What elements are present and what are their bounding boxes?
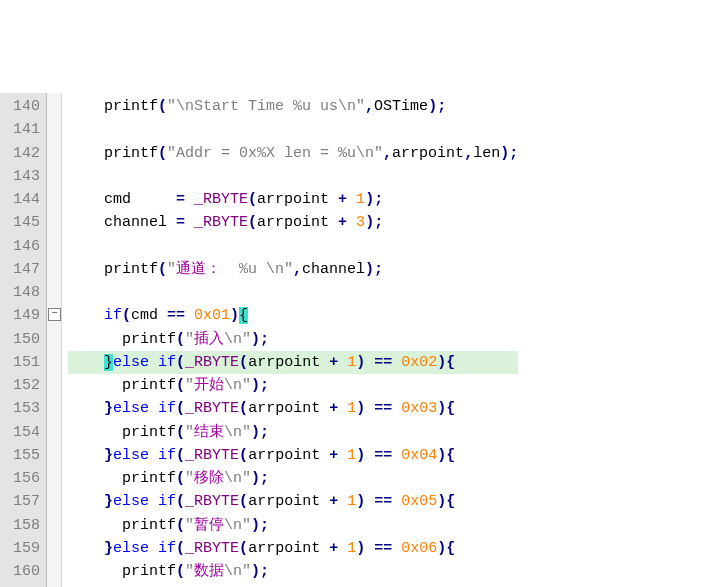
token-fn: printf [122,377,176,394]
token-sp [68,493,104,510]
fold-column: − [47,93,62,587]
token-op: ); [251,377,269,394]
code-line[interactable]: cmd = _RBYTE(arrpoint + 1); [68,188,518,211]
code-line[interactable]: printf("数据\n"); [68,560,518,583]
token-num: 1 [347,354,356,371]
token-num: 0x02 [401,354,437,371]
line-number: 147 [6,258,40,281]
token-op: ( [158,261,167,278]
code-line[interactable]: printf("暂停\n"); [68,514,518,537]
line-number: 153 [6,397,40,420]
token-op: ( [176,470,185,487]
line-number: 141 [6,118,40,141]
token-op: + [329,493,347,510]
token-str: " [185,331,194,348]
token-op: ( [239,540,248,557]
code-line[interactable]: }else if(_RBYTE(arrpoint + 1) == 0x04){ [68,444,518,467]
token-str: " [185,563,194,580]
code-line[interactable]: printf("\nStart Time %u us\n",OSTime); [68,95,518,118]
code-editor[interactable]: 1401411421431441451461471481491501511521… [0,93,712,587]
token-id: channel [104,214,176,231]
token-str: "\nStart Time %u us\n" [167,98,365,115]
token-sp [68,191,104,208]
token-num: 1 [347,400,356,417]
token-op: + [329,400,347,417]
token-sp [68,447,104,464]
code-line[interactable]: }else if(_RBYTE(arrpoint + 1) == 0x03){ [68,397,518,420]
code-line[interactable] [68,118,518,141]
token-brace-hl: } [104,354,113,371]
token-op: ( [176,377,185,394]
code-line[interactable]: }else if(_RBYTE(arrpoint + 1) == 0x05){ [68,490,518,513]
token-macro: _RBYTE [185,400,239,417]
token-sp [68,331,122,348]
token-op: ( [176,400,185,417]
token-sp [68,98,104,115]
token-op: + [338,191,356,208]
token-sp [68,563,122,580]
token-num: 1 [356,191,365,208]
line-number: 143 [6,165,40,188]
token-kw: else [113,493,149,510]
token-op: = [176,191,194,208]
line-number: 154 [6,421,40,444]
code-line[interactable] [68,235,518,258]
token-op: ); [251,517,269,534]
code-line[interactable]: channel = _RBYTE(arrpoint + 3); [68,211,518,234]
token-macro: _RBYTE [185,540,239,557]
token-op: } [104,493,113,510]
token-sp [68,517,122,534]
token-kw: else [113,354,149,371]
token-str: " [185,470,194,487]
token-str: \n" [224,517,251,534]
code-line[interactable]: printf("通道： %u \n",channel); [68,258,518,281]
token-sp [68,261,104,278]
token-id: arrpoint [248,493,329,510]
token-str-cn: 开始 [194,377,224,394]
token-op: ); [251,424,269,441]
token-sp [68,307,104,324]
token-sp [68,377,122,394]
token-num: 0x05 [401,493,437,510]
token-str-cn: 通道： [176,261,221,278]
code-line[interactable]: }else if(_RBYTE(arrpoint + 1) == 0xFE){ [68,583,518,587]
token-str: " [185,424,194,441]
token-fn: printf [122,470,176,487]
code-line[interactable] [68,165,518,188]
code-line[interactable]: printf("Addr = 0x%X len = %u\n",arrpoint… [68,142,518,165]
token-op: ( [239,400,248,417]
token-sp [149,354,158,371]
code-line[interactable]: printf("插入\n"); [68,328,518,351]
code-line[interactable]: }else if(_RBYTE(arrpoint + 1) == 0x06){ [68,537,518,560]
token-id: len [473,145,500,162]
token-op: ); [365,191,383,208]
token-macro: _RBYTE [185,354,239,371]
token-op: ( [176,493,185,510]
token-str: \n" [224,377,251,394]
code-line[interactable]: printf("开始\n"); [68,374,518,397]
code-line[interactable]: printf("移除\n"); [68,467,518,490]
line-number: 144 [6,188,40,211]
token-fn: printf [104,145,158,162]
token-str: \n" [224,563,251,580]
token-num: 3 [356,214,365,231]
token-fn: printf [122,563,176,580]
token-op: + [329,354,347,371]
token-op: ( [248,191,257,208]
code-line[interactable]: printf("结束\n"); [68,421,518,444]
code-line[interactable]: }else if(_RBYTE(arrpoint + 1) == 0x02){ [68,351,518,374]
token-kw: if [158,354,176,371]
code-line[interactable]: if(cmd == 0x01){ [68,304,518,327]
line-number: 161 [6,583,40,587]
token-sp [68,540,104,557]
fold-toggle-icon[interactable]: − [48,308,61,321]
token-op: == [167,307,194,324]
token-fn: printf [122,331,176,348]
token-id: arrpoint [248,540,329,557]
token-op: ); [428,98,446,115]
code-area[interactable]: printf("\nStart Time %u us\n",OSTime); p… [62,93,518,587]
token-fn: printf [122,424,176,441]
line-number: 145 [6,211,40,234]
token-kw: else [113,447,149,464]
code-line[interactable] [68,281,518,304]
